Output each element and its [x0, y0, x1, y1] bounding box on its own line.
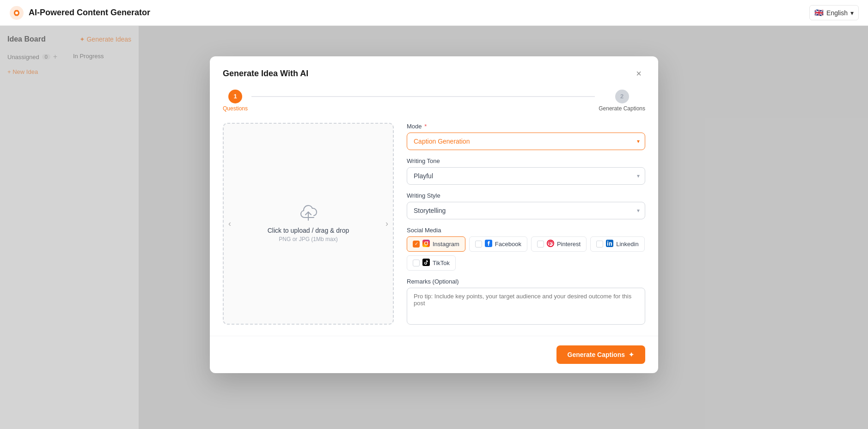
social-linkedin[interactable]: Linkedin	[590, 236, 644, 252]
step-2-circle: 2	[615, 90, 629, 103]
facebook-checkbox	[475, 241, 482, 248]
language-label: English	[826, 9, 848, 17]
svg-rect-8	[422, 259, 430, 266]
upload-prev-button[interactable]: ‹	[228, 219, 231, 229]
pinterest-checkbox	[537, 241, 544, 248]
step-1-label: Questions	[223, 105, 248, 112]
chevron-down-icon: ▾	[850, 9, 854, 17]
remarks-group: Remarks (Optional)	[407, 278, 645, 325]
step-2-label: Generate Captions	[599, 105, 645, 112]
tiktok-icon	[422, 259, 430, 267]
modal-header: Generate Idea With AI ×	[210, 56, 658, 80]
svg-rect-2	[422, 240, 430, 247]
pinterest-icon	[547, 240, 554, 248]
facebook-icon	[485, 240, 492, 248]
instagram-checkbox	[413, 241, 420, 248]
mode-select-wrapper: Caption Generation Story Generation Post…	[407, 133, 645, 150]
app-logo-icon	[9, 6, 24, 20]
svg-point-1	[15, 12, 18, 14]
step-2-number: 2	[620, 93, 623, 100]
mode-group: Mode * Caption Generation Story Generati…	[407, 123, 645, 150]
linkedin-icon	[606, 240, 613, 248]
upload-format-text: PNG or JPG (1Mb max)	[279, 236, 337, 242]
social-media-grid: Instagram Facebook	[407, 236, 645, 271]
modal-footer: Generate Captions ✦	[210, 336, 658, 373]
remarks-textarea[interactable]	[407, 288, 645, 325]
linkedin-label: Linkedin	[616, 241, 638, 248]
step-2: 2 Generate Captions	[599, 90, 645, 112]
upload-next-button[interactable]: ›	[385, 219, 388, 229]
mode-select[interactable]: Caption Generation Story Generation Post…	[407, 133, 645, 150]
instagram-icon	[422, 240, 430, 248]
social-media-label: Social Media	[407, 227, 645, 234]
upload-area[interactable]: ‹ › Click to upload / drag & drop PNG or…	[223, 123, 394, 325]
pinterest-label: Pinterest	[557, 241, 581, 248]
instagram-label: Instagram	[433, 241, 459, 248]
writing-tone-group: Writing Tone Playful Professional Casual…	[407, 157, 645, 185]
topbar: AI-Powered Content Generator 🇬🇧 English …	[0, 0, 868, 26]
step-1: 1 Questions	[223, 90, 248, 112]
step-line	[251, 96, 595, 97]
topbar-right: 🇬🇧 English ▾	[809, 5, 859, 20]
modal: Generate Idea With AI × 1 Questions 2 Ge…	[210, 56, 658, 373]
linkedin-checkbox	[596, 241, 603, 248]
steps-bar: 1 Questions 2 Generate Captions	[210, 80, 658, 112]
form-area: Mode * Caption Generation Story Generati…	[407, 123, 645, 325]
remarks-label: Remarks (Optional)	[407, 278, 645, 285]
app-title: AI-Powered Content Generator	[29, 8, 150, 18]
upload-nav: ‹ ›	[224, 219, 393, 229]
writing-style-group: Writing Style Storytelling Descriptive P…	[407, 192, 645, 219]
facebook-label: Facebook	[495, 241, 521, 248]
social-tiktok[interactable]: TikTok	[407, 255, 456, 271]
writing-style-select[interactable]: Storytelling Descriptive Persuasive Info…	[407, 202, 645, 219]
modal-close-button[interactable]: ×	[632, 67, 645, 80]
step-1-number: 1	[233, 93, 237, 100]
generate-captions-button[interactable]: Generate Captions ✦	[556, 345, 645, 364]
social-media-group: Social Media	[407, 227, 645, 271]
flag-icon: 🇬🇧	[814, 8, 824, 17]
logo-area: AI-Powered Content Generator	[9, 6, 150, 20]
language-selector[interactable]: 🇬🇧 English ▾	[809, 5, 859, 20]
mode-label: Mode *	[407, 123, 645, 130]
writing-tone-select-wrapper: Playful Professional Casual Formal ▾	[407, 167, 645, 185]
modal-body: ‹ › Click to upload / drag & drop PNG or…	[210, 112, 658, 336]
writing-tone-label: Writing Tone	[407, 157, 645, 164]
generate-captions-icon: ✦	[629, 351, 634, 358]
writing-tone-select[interactable]: Playful Professional Casual Formal	[407, 167, 645, 185]
social-pinterest[interactable]: Pinterest	[531, 236, 587, 252]
writing-style-select-wrapper: Storytelling Descriptive Persuasive Info…	[407, 202, 645, 219]
generate-captions-label: Generate Captions	[568, 351, 625, 358]
tiktok-checkbox	[413, 260, 420, 266]
writing-style-label: Writing Style	[407, 192, 645, 199]
svg-point-4	[428, 241, 428, 242]
step-1-circle: 1	[228, 90, 242, 103]
social-facebook[interactable]: Facebook	[469, 236, 527, 252]
modal-title: Generate Idea With AI	[223, 69, 308, 79]
tiktok-label: TikTok	[433, 260, 450, 266]
social-instagram[interactable]: Instagram	[407, 236, 465, 252]
